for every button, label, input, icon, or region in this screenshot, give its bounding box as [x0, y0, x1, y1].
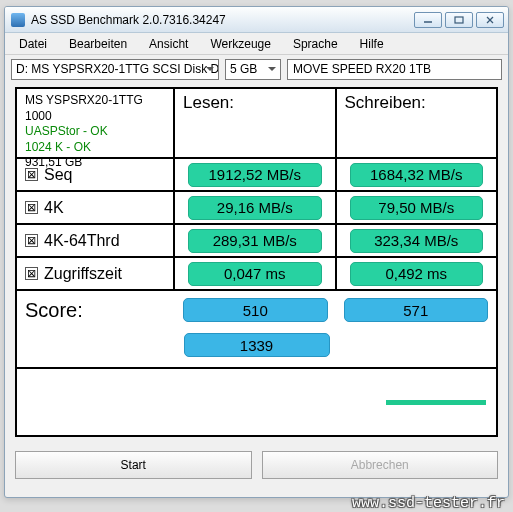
score-read: 510 — [183, 298, 328, 322]
window-title: AS SSD Benchmark 2.0.7316.34247 — [31, 13, 408, 27]
checkbox-4k[interactable]: ⊠ — [25, 201, 38, 214]
row-4k-label: ⊠4K — [17, 192, 175, 223]
row-seq-label: ⊠Seq — [17, 159, 175, 190]
close-button[interactable] — [476, 12, 504, 28]
progress-row — [17, 369, 496, 435]
acc-write: 0,492 ms — [350, 262, 484, 286]
header-write: Schreiben: — [337, 89, 497, 157]
row-access: ⊠Zugriffszeit 0,047 ms 0,492 ms — [17, 258, 496, 291]
info-align: 1024 K - OK — [25, 140, 91, 156]
info-model: MS YSPSRX20-1TTG — [25, 93, 143, 109]
progress-bar — [386, 400, 486, 405]
watermark: www.ssd-tester.fr — [352, 495, 505, 512]
size-dropdown[interactable]: 5 GB — [225, 59, 281, 80]
seq-write: 1684,32 MB/s — [350, 163, 484, 187]
row-4k: ⊠4K 29,16 MB/s 79,50 MB/s — [17, 192, 496, 225]
label-field[interactable]: MOVE SPEED RX20 1TB — [287, 59, 502, 80]
checkbox-access[interactable]: ⊠ — [25, 267, 38, 280]
checkbox-4k64[interactable]: ⊠ — [25, 234, 38, 247]
app-icon — [11, 13, 25, 27]
k4t-write: 323,34 MB/s — [350, 229, 484, 253]
info-fw: 1000 — [25, 109, 52, 125]
start-button[interactable]: Start — [15, 451, 252, 479]
app-window: AS SSD Benchmark 2.0.7316.34247 Datei Be… — [4, 6, 509, 498]
acc-read: 0,047 ms — [188, 262, 322, 286]
button-row: Start Abbrechen — [15, 451, 498, 479]
row-access-label: ⊠Zugriffszeit — [17, 258, 175, 289]
menu-edit[interactable]: Bearbeiten — [59, 35, 137, 53]
k4t-read: 289,31 MB/s — [188, 229, 322, 253]
menu-view[interactable]: Ansicht — [139, 35, 198, 53]
menu-help[interactable]: Hilfe — [350, 35, 394, 53]
result-grid: MS YSPSRX20-1TTG 1000 UASPStor - OK 1024… — [15, 87, 498, 437]
toolbar: D: MS YSPSRX20-1TTG SCSI Disk Device 5 G… — [5, 55, 508, 83]
seq-read: 1912,52 MB/s — [188, 163, 322, 187]
window-buttons — [414, 12, 504, 28]
info-driver: UASPStor - OK — [25, 124, 108, 140]
menu-file[interactable]: Datei — [9, 35, 57, 53]
k4-write: 79,50 MB/s — [350, 196, 484, 220]
header-read: Lesen: — [175, 89, 337, 157]
device-dropdown[interactable]: D: MS YSPSRX20-1TTG SCSI Disk Device — [11, 59, 219, 80]
device-info: MS YSPSRX20-1TTG 1000 UASPStor - OK 1024… — [17, 89, 175, 157]
maximize-button[interactable] — [445, 12, 473, 28]
titlebar[interactable]: AS SSD Benchmark 2.0.7316.34247 — [5, 7, 508, 33]
minimize-button[interactable] — [414, 12, 442, 28]
k4-read: 29,16 MB/s — [188, 196, 322, 220]
menubar: Datei Bearbeiten Ansicht Werkzeuge Sprac… — [5, 33, 508, 55]
score-label: Score: — [17, 291, 175, 329]
abort-button: Abbrechen — [262, 451, 499, 479]
menu-language[interactable]: Sprache — [283, 35, 348, 53]
header-row: MS YSPSRX20-1TTG 1000 UASPStor - OK 1024… — [17, 89, 496, 159]
menu-tools[interactable]: Werkzeuge — [200, 35, 280, 53]
row-4k64-label: ⊠4K-64Thrd — [17, 225, 175, 256]
row-4k64: ⊠4K-64Thrd 289,31 MB/s 323,34 MB/s — [17, 225, 496, 258]
score-row: Score: 510 571 1339 — [17, 291, 496, 369]
score-write: 571 — [344, 298, 489, 322]
row-seq: ⊠Seq 1912,52 MB/s 1684,32 MB/s — [17, 159, 496, 192]
checkbox-seq[interactable]: ⊠ — [25, 168, 38, 181]
score-total: 1339 — [184, 333, 330, 357]
svg-rect-1 — [455, 17, 463, 23]
